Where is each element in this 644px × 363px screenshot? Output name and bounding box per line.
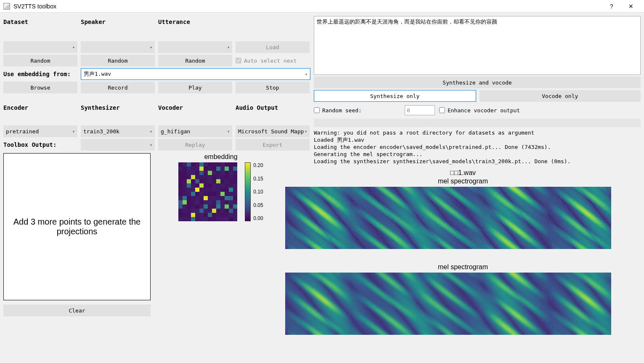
- projections-placeholder: Add 3 more points to generate the projec…: [3, 153, 151, 300]
- synthesize-vocode-button[interactable]: Synthesize and vocode: [314, 77, 641, 88]
- vocoder-select[interactable]: g_hifigan▾: [158, 125, 232, 137]
- stop-button[interactable]: Stop: [236, 82, 310, 93]
- enhance-vocoder-label: Enhance vocoder output: [448, 107, 520, 114]
- random-seed-input[interactable]: [405, 105, 435, 115]
- chevron-down-icon: ▾: [72, 129, 75, 134]
- chevron-down-icon: ▾: [150, 143, 152, 147]
- titlebar: SV2TTS toolbox ? ✕: [0, 0, 644, 13]
- chevron-down-icon: ▾: [227, 129, 230, 134]
- close-button[interactable]: ✕: [621, 0, 641, 13]
- auto-select-next-checkbox[interactable]: [236, 58, 241, 64]
- clear-button[interactable]: Clear: [3, 305, 151, 316]
- embedding-select[interactable]: 男声1.wav▾: [81, 68, 310, 80]
- utterance-select[interactable]: ▾: [158, 41, 232, 53]
- help-button[interactable]: ?: [602, 0, 621, 13]
- random-seed-label: Random seed:: [322, 107, 362, 114]
- record-button[interactable]: Record: [81, 82, 155, 93]
- random-speaker-button[interactable]: Random: [81, 55, 155, 66]
- spectrogram-file-title: □□1.wav: [285, 169, 641, 177]
- embedding-select-value: 男声1.wav: [84, 70, 111, 78]
- chevron-down-icon: ▾: [227, 45, 230, 50]
- replay-button[interactable]: Replay: [158, 139, 232, 151]
- browse-button[interactable]: Browse: [3, 82, 77, 93]
- load-button[interactable]: Load: [236, 41, 310, 53]
- log-output: Warning: you did not pass a root directo…: [314, 129, 641, 165]
- export-button[interactable]: Export: [236, 139, 310, 151]
- embedding-colorbar: 0.20 0.15 0.10 0.05 0.00: [245, 162, 263, 221]
- vocoder-label: Vocoder: [158, 102, 232, 124]
- auto-select-next-label: Auto select next: [244, 58, 297, 64]
- vocoder-select-value: g_hifigan: [161, 128, 190, 135]
- use-embedding-label: Use embedding from:: [3, 71, 77, 77]
- chevron-down-icon: ▾: [150, 129, 152, 134]
- synthesizer-label: Synthesizer: [81, 102, 155, 124]
- mel-spectrogram-2: [285, 273, 611, 335]
- speaker-select[interactable]: ▾: [81, 41, 155, 53]
- enhance-vocoder-checkbox[interactable]: [439, 107, 445, 113]
- mel-title-1: mel spectrogram: [285, 178, 641, 185]
- mel-spectrogram-1: [285, 187, 611, 249]
- synthesize-only-button[interactable]: Synthesize only: [314, 90, 476, 102]
- dataset-select[interactable]: ▾: [3, 41, 77, 53]
- projections-message: Add 3 more points to generate the projec…: [12, 217, 142, 236]
- random-dataset-button[interactable]: Random: [3, 55, 77, 66]
- synthesizer-select[interactable]: train3_200k▾: [81, 125, 155, 137]
- chevron-down-icon: ▾: [305, 129, 307, 134]
- enhance-vocoder-wrap: Enhance vocoder output: [439, 107, 520, 114]
- random-utterance-button[interactable]: Random: [158, 55, 232, 66]
- app-icon: [3, 3, 10, 10]
- audio-output-label: Audio Output: [236, 102, 310, 124]
- play-button[interactable]: Play: [158, 82, 232, 93]
- colorbar-tick: 0.10: [253, 189, 263, 195]
- colorbar-tick: 0.20: [253, 162, 263, 168]
- encoder-select-value: pretrained: [6, 128, 39, 135]
- encoder-label: Encoder: [3, 102, 77, 124]
- embedding-heatmap: 0.20 0.15 0.10 0.05 0.00: [178, 162, 263, 221]
- synthesis-text-input[interactable]: [314, 16, 641, 75]
- dataset-label: Dataset: [3, 16, 77, 40]
- audio-output-select-value: Microsoft Sound Mapp: [238, 128, 304, 135]
- synthesizer-select-value: train3_200k: [83, 128, 119, 135]
- chevron-down-icon: ▾: [305, 72, 307, 77]
- colorbar-tick: 0.15: [253, 176, 263, 182]
- chevron-down-icon: ▾: [72, 45, 75, 50]
- utterance-label: Utterance: [158, 16, 232, 40]
- vocode-only-button[interactable]: Vocode only: [480, 90, 641, 102]
- embedding-title: embedding: [204, 153, 237, 161]
- auto-select-next-wrap: Auto select next: [236, 58, 310, 64]
- progress-bar: [314, 119, 641, 127]
- colorbar-tick: 0.00: [253, 215, 263, 221]
- speaker-label: Speaker: [81, 16, 155, 40]
- window-title: SV2TTS toolbox: [13, 3, 602, 10]
- audio-output-select[interactable]: Microsoft Sound Mapp▾: [236, 125, 310, 137]
- chevron-down-icon: ▾: [150, 45, 152, 50]
- toolbox-output-select[interactable]: ▾: [81, 139, 155, 151]
- random-seed-checkbox[interactable]: [314, 107, 320, 113]
- colorbar-tick: 0.05: [253, 202, 263, 208]
- random-seed-wrap: Random seed:: [314, 107, 362, 114]
- toolbox-output-label: Toolbox Output:: [3, 141, 77, 148]
- encoder-select[interactable]: pretrained▾: [3, 125, 77, 137]
- mel-title-2: mel spectrogram: [285, 263, 641, 271]
